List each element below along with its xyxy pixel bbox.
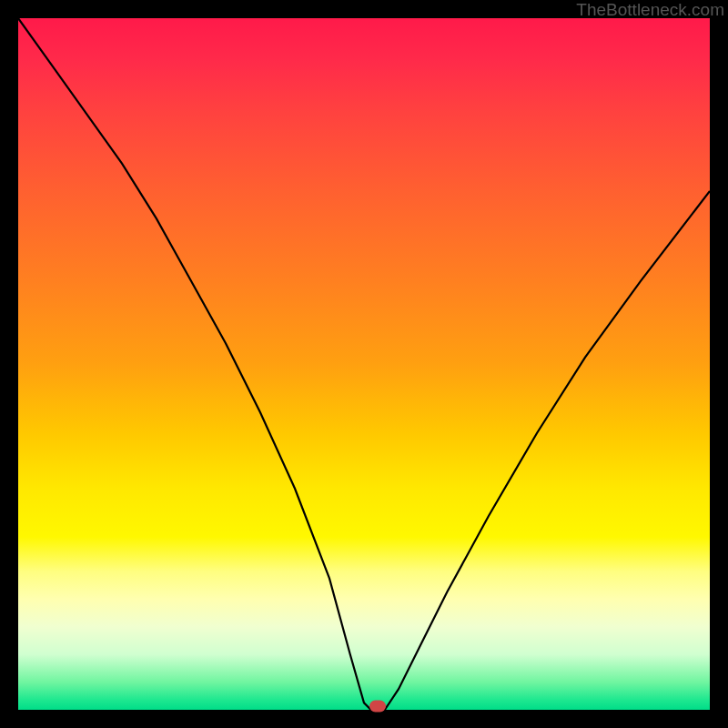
plot-area [18,18,710,710]
bottleneck-curve [18,18,710,710]
bottleneck-chart [18,18,710,710]
curve-layer [18,18,710,710]
optimal-marker [369,701,386,713]
watermark-text: TheBottleneck.com [576,0,724,20]
